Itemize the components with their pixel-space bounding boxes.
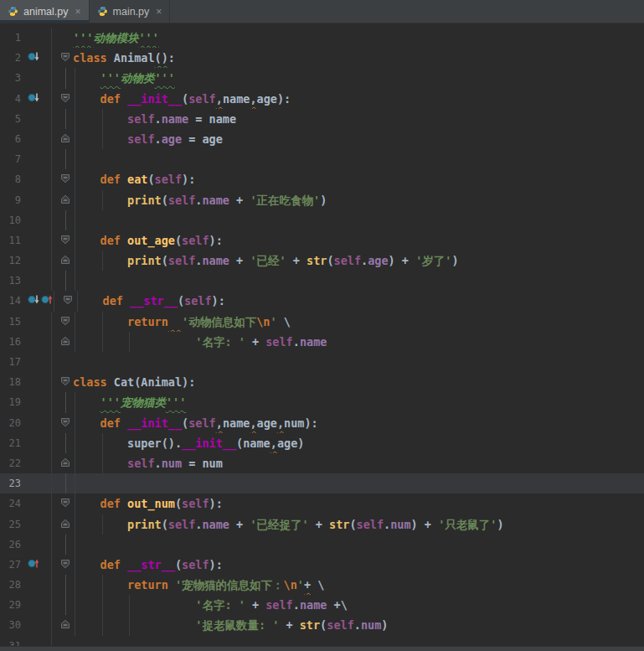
tab-main-py[interactable]: main.py× (90, 0, 171, 23)
tab-animal-py[interactable]: animal.py× (0, 0, 90, 23)
code-line-row[interactable]: 8 def eat(self): (0, 169, 644, 189)
code-line-row[interactable]: 6 self.age = age (0, 129, 644, 149)
code-line-row[interactable]: 18 class Cat(Animal): (0, 372, 644, 392)
code-line-row[interactable]: 17 (0, 352, 644, 372)
code-line-row[interactable]: 31 (0, 636, 644, 646)
code-text[interactable]: super().__init__(name,age) (73, 433, 644, 453)
overrides-parent-marker-icon[interactable] (28, 555, 40, 575)
fold-collapse-icon[interactable] (60, 89, 70, 109)
code-text[interactable]: print(self.name + '已经' + str(self.age) +… (73, 251, 644, 271)
code-line-row[interactable]: 20 def __init__(self,name,age,num): (0, 413, 644, 433)
code-text[interactable] (73, 271, 644, 291)
code-text[interactable]: '''动物模块''' (73, 28, 644, 48)
code-line-row[interactable]: 13 (0, 271, 644, 291)
code-token: . (155, 112, 162, 126)
fold-collapse-icon[interactable] (60, 48, 70, 68)
code-token: print (127, 254, 162, 267)
code-line-row[interactable]: 11 def out_age(self): (0, 230, 644, 251)
code-text[interactable]: def out_num(self): (73, 493, 644, 514)
fold-collapse-icon[interactable] (60, 493, 70, 514)
code-text[interactable]: '''动物类''' (73, 68, 644, 88)
code-text[interactable]: class Cat(Animal): (73, 372, 644, 392)
code-text[interactable]: return '动物信息如下\n' \ (73, 312, 644, 332)
code-line-row[interactable]: 26 (0, 535, 644, 555)
code-text[interactable]: print(self.name + '已经捉了' + str(self.num)… (73, 514, 644, 535)
overridden-method-marker-icon[interactable] (28, 89, 40, 109)
code-line-row[interactable]: 5 self.name = name (0, 109, 644, 129)
overridden-method-marker-icon[interactable] (28, 291, 40, 311)
code-line-row[interactable]: 15 return '动物信息如下\n' \ (0, 312, 644, 332)
code-line-row[interactable]: 23 (0, 473, 644, 493)
fold-collapse-icon[interactable] (60, 230, 70, 251)
code-text[interactable] (73, 352, 644, 372)
code-line-row[interactable]: 7 (0, 149, 644, 169)
close-tab-icon[interactable]: × (75, 6, 81, 18)
code-token: . (384, 518, 390, 531)
code-line-row[interactable]: 12 print(self.name + '已经' + str(self.age… (0, 251, 644, 271)
code-text[interactable]: '捉老鼠数量: ' + str(self.num) (73, 615, 644, 635)
code-line-row[interactable]: 29 '名字: ' + self.name +\ (0, 595, 644, 615)
fold-collapse-icon[interactable] (63, 291, 73, 311)
code-text[interactable]: def __str__(self): (75, 291, 644, 311)
code-text[interactable]: self.age = age (73, 129, 644, 149)
fold-collapse-icon[interactable] (60, 514, 70, 535)
code-line-row[interactable]: 19 '''宠物猫类''' (0, 392, 644, 412)
code-token: ( (349, 518, 356, 531)
code-line-row[interactable]: 14 def __str__(self): (0, 291, 644, 311)
code-text[interactable]: def __init__(self,name,age,num): (73, 413, 644, 433)
code-line-row[interactable]: 10 (0, 210, 644, 230)
code-text[interactable]: def eat(self): (73, 169, 644, 189)
code-line-row[interactable]: 30 '捉老鼠数量: ' + str(self.num) (0, 615, 644, 635)
code-line-row[interactable]: 9 print(self.name + '正在吃食物') (0, 190, 644, 210)
line-number: 27 (0, 555, 25, 575)
fold-column (52, 169, 73, 189)
code-text[interactable] (73, 149, 644, 169)
code-line-row[interactable]: 2 class Animal(): (0, 48, 644, 68)
code-text[interactable]: print(self.name + '正在吃食物') (73, 190, 644, 210)
code-text[interactable]: '名字: ' + self.name (73, 332, 644, 352)
fold-collapse-icon[interactable] (60, 413, 70, 433)
fold-collapse-icon[interactable] (60, 372, 70, 392)
code-line-row[interactable]: 1'''动物模块''' (0, 28, 644, 48)
code-text[interactable]: '名字: ' + self.name +\ (73, 595, 644, 615)
fold-collapse-icon[interactable] (60, 615, 70, 635)
code-text[interactable]: '''宠物猫类''' (73, 392, 644, 412)
code-text[interactable] (73, 636, 644, 646)
fold-collapse-icon[interactable] (60, 312, 70, 332)
code-text[interactable]: return '宠物猫的信息如下：\n'+ \ (73, 575, 644, 595)
fold-collapse-icon[interactable] (60, 129, 70, 149)
code-text[interactable]: def __str__(self): (73, 555, 644, 575)
code-line-row[interactable]: 28 return '宠物猫的信息如下：\n'+ \ (0, 575, 644, 595)
fold-collapse-icon[interactable] (60, 190, 70, 210)
code-text[interactable]: self.name = name (73, 109, 644, 129)
code-line-row[interactable]: 3 '''动物类''' (0, 68, 644, 88)
overridden-method-marker-icon[interactable] (28, 48, 40, 68)
close-tab-icon[interactable]: × (156, 6, 162, 18)
code-text[interactable]: def out_age(self): (73, 230, 644, 251)
code-editor[interactable]: 1'''动物模块'''2 class Animal():3 '''动物类'''4… (0, 23, 644, 646)
code-line-row[interactable]: 25 print(self.name + '已经捉了' + str(self.n… (0, 514, 644, 535)
code-text[interactable]: def __init__(self,name,age): (73, 89, 644, 109)
code-line-row[interactable]: 27 def __str__(self): (0, 555, 644, 575)
fold-collapse-icon[interactable] (60, 251, 70, 271)
code-line-row[interactable]: 21 super().__init__(name,age) (0, 433, 644, 453)
fold-collapse-icon[interactable] (60, 453, 70, 473)
code-line-row[interactable]: 22 self.num = num (0, 453, 644, 473)
overrides-parent-marker-icon[interactable] (41, 291, 54, 311)
code-line-row[interactable]: 24 def out_num(self): (0, 493, 644, 514)
code-text[interactable] (73, 473, 644, 493)
fold-column (52, 230, 73, 251)
fold-collapse-icon[interactable] (60, 555, 70, 575)
fold-column (52, 595, 73, 615)
code-line-row[interactable]: 16 '名字: ' + self.name (0, 332, 644, 352)
code-text[interactable] (73, 210, 644, 230)
code-text[interactable]: self.num = num (73, 453, 644, 473)
indent-guide (102, 251, 103, 271)
fold-collapse-icon[interactable] (60, 169, 70, 189)
code-text[interactable] (73, 535, 644, 555)
code-text[interactable]: class Animal(): (73, 48, 644, 68)
fold-collapse-icon[interactable] (60, 332, 70, 352)
code-line-row[interactable]: 4 def __init__(self,name,age): (0, 89, 644, 109)
code-token: str (307, 254, 327, 267)
code-token: __init__ (127, 416, 182, 430)
